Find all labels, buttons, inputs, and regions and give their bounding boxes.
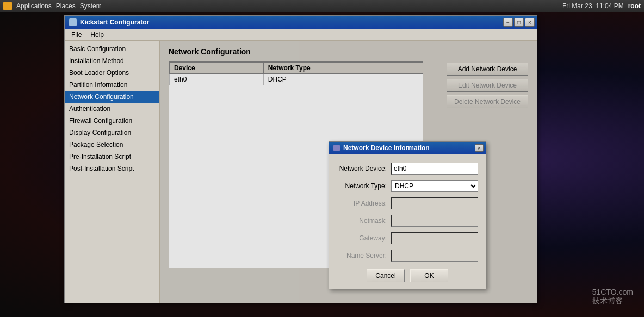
network-device-label: Network Device: <box>337 165 391 172</box>
taskbar-datetime: Fri Mar 23, 11:04 PM <box>562 2 624 10</box>
network-type-label: Network Type: <box>337 182 391 190</box>
title-bar-icon <box>69 18 77 26</box>
sidebar-item-partition-information[interactable]: Partition Information <box>65 79 159 91</box>
network-device-dialog: Network Device Information × Network Dev… <box>329 141 486 289</box>
taskbar-username: root <box>628 2 641 10</box>
netmask-input <box>391 215 478 227</box>
taskbar-system[interactable]: System <box>80 2 102 10</box>
sidebar-item-installation-method[interactable]: Installation Method <box>65 55 159 67</box>
cancel-button[interactable]: Cancel <box>367 269 405 282</box>
form-row-netmask: Netmask: <box>337 215 478 227</box>
modal-close-button[interactable]: × <box>475 144 484 152</box>
title-bar-buttons: − □ × <box>503 18 535 27</box>
maximize-button[interactable]: □ <box>514 18 524 27</box>
title-bar-left: Kickstart Configurator <box>69 18 149 26</box>
modal-title-text: Network Device Information <box>343 144 430 152</box>
sidebar-item-post-installation-script[interactable]: Post-Installation Script <box>65 163 159 175</box>
sidebar-item-boot-loader-options[interactable]: Boot Loader Options <box>65 67 159 79</box>
modal-title-icon <box>333 145 340 151</box>
sidebar-item-display-configuration[interactable]: Display Configuration <box>65 127 159 139</box>
sidebar: Basic Configuration Installation Method … <box>65 41 160 303</box>
taskbar-applications[interactable]: Applications <box>16 2 52 10</box>
close-button[interactable]: × <box>525 18 535 27</box>
minimize-button[interactable]: − <box>503 18 513 27</box>
modal-buttons: Cancel OK <box>337 269 478 282</box>
network-device-input[interactable] <box>391 163 478 175</box>
network-type-select[interactable]: DHCP Static BOOTP <box>391 180 478 192</box>
app-title: Kickstart Configurator <box>80 18 149 26</box>
sidebar-item-firewall-configuration[interactable]: Firewall Configuration <box>65 115 159 127</box>
name-server-label: Name Server: <box>337 252 391 259</box>
title-bar: Kickstart Configurator − □ × <box>65 16 537 29</box>
sidebar-item-authentication[interactable]: Authentication <box>65 103 159 115</box>
content-area: Basic Configuration Installation Method … <box>65 41 537 303</box>
netmask-label: Netmask: <box>337 217 391 225</box>
ip-address-input <box>391 197 478 209</box>
sidebar-item-package-selection[interactable]: Package Selection <box>65 139 159 151</box>
menu-file[interactable]: File <box>67 30 86 40</box>
taskbar-app-icon <box>3 2 12 10</box>
ip-address-label: IP Address: <box>337 200 391 207</box>
ok-button[interactable]: OK <box>410 269 448 282</box>
taskbar-right: Fri Mar 23, 11:04 PM root <box>562 2 641 10</box>
sidebar-item-network-configuration[interactable]: Network Configuration <box>65 91 159 103</box>
taskbar-top: Applications Places System Fri Mar 23, 1… <box>0 0 644 12</box>
gateway-input <box>391 232 478 244</box>
form-row-name-server: Name Server: <box>337 250 478 262</box>
name-server-input <box>391 250 478 262</box>
sidebar-item-pre-installation-script[interactable]: Pre-Installation Script <box>65 151 159 163</box>
form-row-network-type: Network Type: DHCP Static BOOTP <box>337 180 478 192</box>
desktop: Applications Places System Fri Mar 23, 1… <box>0 0 644 317</box>
taskbar-places[interactable]: Places <box>56 2 76 10</box>
modal-body: Network Device: Network Type: DHCP Stati… <box>329 154 486 289</box>
modal-title-left: Network Device Information <box>333 144 430 152</box>
form-row-network-device: Network Device: <box>337 163 478 175</box>
gateway-label: Gateway: <box>337 234 391 242</box>
modal-title-bar: Network Device Information × <box>329 142 486 154</box>
form-row-gateway: Gateway: <box>337 232 478 244</box>
menu-bar: File Help <box>65 29 537 41</box>
app-window: Kickstart Configurator − □ × File Help B… <box>64 15 537 303</box>
taskbar-left: Applications Places System <box>3 2 102 10</box>
sidebar-item-basic-configuration[interactable]: Basic Configuration <box>65 43 159 55</box>
main-panel: Network Configuration Device Network Typ… <box>160 41 537 303</box>
menu-help[interactable]: Help <box>86 30 108 40</box>
form-row-ip-address: IP Address: <box>337 197 478 209</box>
watermark: 51CTO.com技术博客 <box>592 288 633 306</box>
